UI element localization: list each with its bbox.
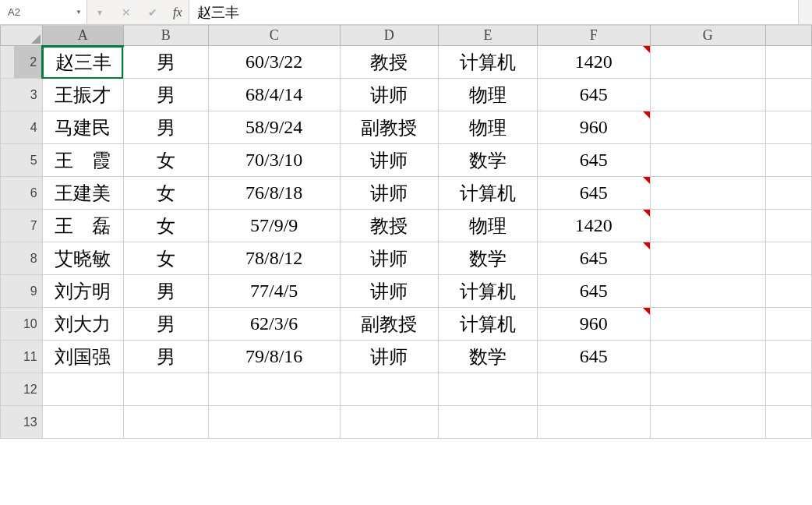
fx-icon[interactable]: fx	[173, 5, 182, 19]
cell-G11[interactable]	[650, 341, 765, 373]
comment-indicator-icon[interactable]	[643, 308, 650, 315]
cell-G9[interactable]	[650, 275, 765, 308]
cell-D6[interactable]: 讲师	[340, 177, 439, 210]
cell-blank-2[interactable]	[765, 46, 811, 79]
cell-E4[interactable]: 物理	[439, 111, 538, 144]
row-header[interactable]: 9	[14, 275, 42, 308]
cell-F10[interactable]: 960	[537, 308, 650, 341]
cell-A2[interactable]: 赵三丰	[42, 46, 123, 79]
column-header-C[interactable]: C	[208, 26, 340, 46]
cell-F13[interactable]	[537, 406, 650, 439]
cell-E6[interactable]: 计算机	[439, 177, 538, 210]
cell-E2[interactable]: 计算机	[439, 46, 538, 79]
name-box[interactable]: A2 ▼	[0, 0, 87, 24]
cell-D4[interactable]: 副教授	[340, 111, 439, 144]
row-header[interactable]: 10	[14, 308, 42, 341]
cell-F8[interactable]: 645	[537, 242, 650, 275]
cell-B13[interactable]	[123, 406, 208, 439]
cell-G13[interactable]	[650, 406, 765, 439]
cancel-icon[interactable]: ✕	[120, 6, 132, 19]
cell-E12[interactable]	[439, 373, 538, 406]
chevron-down-icon[interactable]: ▼	[76, 0, 82, 24]
cell-C7[interactable]: 57/9/9	[208, 210, 340, 242]
expand-icon[interactable]: ▾	[94, 7, 106, 18]
cell-A12[interactable]	[42, 373, 123, 406]
cell-blank-6[interactable]	[765, 177, 811, 210]
cell-B11[interactable]: 男	[123, 341, 208, 373]
cell-G2[interactable]	[650, 46, 765, 79]
cell-A7[interactable]: 王 磊	[42, 210, 123, 242]
column-header-E[interactable]: E	[439, 26, 538, 46]
cell-E8[interactable]: 数学	[439, 242, 538, 275]
cell-A6[interactable]: 王建美	[42, 177, 123, 210]
cell-C13[interactable]	[208, 406, 340, 439]
cell-blank-8[interactable]	[765, 242, 811, 275]
cell-F11[interactable]: 645	[537, 341, 650, 373]
cell-D9[interactable]: 讲师	[340, 275, 439, 308]
row-header[interactable]: 2	[14, 46, 42, 79]
cell-G7[interactable]	[650, 210, 765, 242]
sheet-scroll[interactable]: ABCDEFG 2赵三丰男60/3/22教授计算机14203王振才男68/4/1…	[0, 25, 812, 439]
cell-A11[interactable]: 刘国强	[42, 341, 123, 373]
column-header-G[interactable]: G	[650, 26, 765, 46]
cell-blank-11[interactable]	[765, 341, 811, 373]
cell-B2[interactable]: 男	[123, 46, 208, 79]
cell-blank-3[interactable]	[765, 79, 811, 111]
cell-C11[interactable]: 79/8/16	[208, 341, 340, 373]
cell-D2[interactable]: 教授	[340, 46, 439, 79]
select-all-button[interactable]	[1, 26, 43, 46]
comment-indicator-icon[interactable]	[643, 46, 650, 53]
cell-C6[interactable]: 76/8/18	[208, 177, 340, 210]
formula-input[interactable]: 赵三丰	[189, 0, 798, 24]
cell-D12[interactable]	[340, 373, 439, 406]
cell-blank-13[interactable]	[765, 406, 811, 439]
cell-F2[interactable]: 1420	[537, 46, 650, 79]
row-header[interactable]: 8	[14, 242, 42, 275]
cell-G10[interactable]	[650, 308, 765, 341]
cell-blank-5[interactable]	[765, 144, 811, 177]
cell-blank-12[interactable]	[765, 373, 811, 406]
row-header[interactable]: 3	[14, 79, 42, 111]
row-header[interactable]: 7	[14, 210, 42, 242]
column-header-A[interactable]: A	[42, 26, 123, 46]
cell-E5[interactable]: 数学	[439, 144, 538, 177]
cell-B8[interactable]: 女	[123, 242, 208, 275]
cell-C9[interactable]: 77/4/5	[208, 275, 340, 308]
cell-F6[interactable]: 645	[537, 177, 650, 210]
cell-B6[interactable]: 女	[123, 177, 208, 210]
cell-D7[interactable]: 教授	[340, 210, 439, 242]
row-header[interactable]: 6	[14, 177, 42, 210]
comment-indicator-icon[interactable]	[643, 210, 650, 217]
cell-blank-10[interactable]	[765, 308, 811, 341]
cell-E9[interactable]: 计算机	[439, 275, 538, 308]
cell-G3[interactable]	[650, 79, 765, 111]
cell-C3[interactable]: 68/4/14	[208, 79, 340, 111]
column-header-blank[interactable]	[765, 26, 811, 46]
cell-D3[interactable]: 讲师	[340, 79, 439, 111]
cell-A8[interactable]: 艾晓敏	[42, 242, 123, 275]
cell-blank-7[interactable]	[765, 210, 811, 242]
column-header-F[interactable]: F	[537, 26, 650, 46]
cell-B3[interactable]: 男	[123, 79, 208, 111]
cell-D8[interactable]: 讲师	[340, 242, 439, 275]
row-header[interactable]: 5	[14, 144, 42, 177]
comment-indicator-icon[interactable]	[643, 111, 650, 118]
row-header[interactable]: 13	[14, 406, 42, 439]
cell-D13[interactable]	[340, 406, 439, 439]
cell-C12[interactable]	[208, 373, 340, 406]
cell-G8[interactable]	[650, 242, 765, 275]
cell-G6[interactable]	[650, 177, 765, 210]
cell-blank-9[interactable]	[765, 275, 811, 308]
cell-F3[interactable]: 645	[537, 79, 650, 111]
cell-G5[interactable]	[650, 144, 765, 177]
cell-B7[interactable]: 女	[123, 210, 208, 242]
confirm-icon[interactable]: ✔	[147, 6, 159, 19]
formula-bar-expand[interactable]	[798, 0, 812, 24]
cell-E7[interactable]: 物理	[439, 210, 538, 242]
column-header-D[interactable]: D	[340, 26, 439, 46]
cell-A9[interactable]: 刘方明	[42, 275, 123, 308]
cell-G12[interactable]	[650, 373, 765, 406]
cell-A13[interactable]	[42, 406, 123, 439]
cell-F12[interactable]	[537, 373, 650, 406]
cell-A3[interactable]: 王振才	[42, 79, 123, 111]
